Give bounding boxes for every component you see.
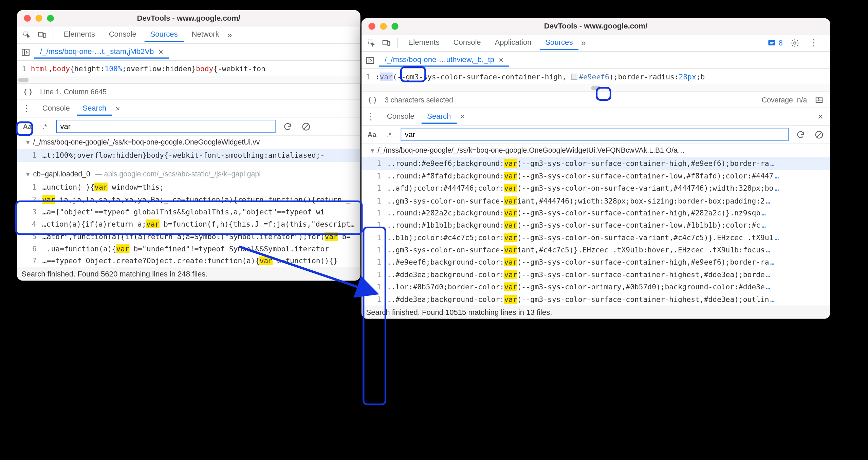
format-icon[interactable] bbox=[366, 94, 379, 106]
tab-network[interactable]: Network bbox=[186, 27, 225, 42]
refresh-icon[interactable] bbox=[794, 128, 807, 141]
result-line[interactable]: 1..gm3-sys-color-on-surface-variant,#444… bbox=[362, 194, 830, 207]
inspect-icon[interactable] bbox=[365, 36, 377, 49]
drawer-close-icon[interactable]: × bbox=[818, 111, 828, 122]
result-line[interactable]: 1..round:#1b1b1b;background:var(--gm3-sy… bbox=[362, 219, 830, 231]
svg-rect-2 bbox=[43, 33, 45, 37]
close-icon[interactable]: × bbox=[458, 112, 467, 121]
file-tabs: /_/mss/boq-one-…uthview,_b,_tp × bbox=[362, 52, 830, 69]
code-editor[interactable]: 1 html,body{height:100%;overflow:hidden}… bbox=[17, 61, 361, 76]
issues-badge[interactable]: 8 bbox=[767, 38, 783, 47]
drawer-tabs: ⋮ Console Search × bbox=[17, 100, 361, 117]
search-input[interactable] bbox=[401, 128, 789, 141]
device-toolbar-icon[interactable] bbox=[35, 28, 48, 41]
inspect-icon[interactable] bbox=[20, 28, 33, 41]
close-icon[interactable]: × bbox=[113, 104, 123, 113]
tab-console[interactable]: Console bbox=[103, 27, 142, 42]
svg-line-6 bbox=[304, 124, 309, 129]
result-file-header[interactable]: ▼ cb=gapi.loaded_0 — apis.google.com/_/s… bbox=[17, 168, 361, 181]
search-footer: Search finished. Found 10515 matching li… bbox=[362, 305, 830, 319]
window-title: DevTools - www.google.com/ bbox=[362, 22, 830, 31]
result-line[interactable]: 1..lor:#0b57d0;border-color:var(--gm3-sy… bbox=[362, 281, 830, 293]
result-file-name: cb=gapi.loaded_0 bbox=[33, 169, 90, 180]
result-line[interactable]: 2var ia,ja,la,sa,ta,xa,ya,Ba;_.ca=functi… bbox=[17, 193, 361, 206]
result-line[interactable]: 1..round:#f8fafd;background:var(--gm3-sy… bbox=[362, 170, 830, 182]
editor-scrollbar[interactable] bbox=[362, 84, 830, 92]
chevron-down-icon: ▼ bbox=[25, 170, 31, 178]
result-line[interactable]: 5…ator",function(a){if(a)return a;a=Symb… bbox=[17, 230, 361, 243]
clear-icon[interactable] bbox=[300, 120, 312, 133]
result-line[interactable]: 1..round:#282a2c;background:var(--gm3-sy… bbox=[362, 207, 830, 219]
file-tab[interactable]: /_/mss/boq-one-…uthview,_b,_tp × bbox=[379, 54, 510, 66]
result-line[interactable]: 3…a=["object"==typeof globalThis&&global… bbox=[17, 206, 361, 218]
line-number: 1 bbox=[17, 64, 31, 73]
drawer-menu-icon[interactable]: ⋮ bbox=[364, 111, 380, 122]
coverage-icon[interactable] bbox=[813, 94, 825, 106]
zoom-window-light[interactable] bbox=[47, 15, 54, 21]
editor-scrollbar[interactable] bbox=[17, 76, 361, 84]
result-line[interactable]: 1..b1b);color:#c4c7c5;color:var(--gm3-sy… bbox=[362, 231, 830, 244]
scrollbar-thumb[interactable] bbox=[18, 77, 29, 82]
scrollbar-thumb[interactable] bbox=[591, 85, 601, 90]
format-icon[interactable] bbox=[22, 85, 34, 98]
tab-sources[interactable]: Sources bbox=[145, 27, 184, 42]
drawer-menu-icon[interactable]: ⋮ bbox=[19, 103, 36, 114]
result-line[interactable]: 1..round:#e9eef6;background:var(--gm3-sy… bbox=[362, 157, 830, 170]
close-icon[interactable]: × bbox=[159, 47, 163, 56]
regex-icon[interactable]: .* bbox=[39, 122, 51, 131]
clear-icon[interactable] bbox=[813, 128, 825, 141]
navigator-toggle-icon[interactable] bbox=[364, 54, 376, 66]
result-line[interactable]: 4…ction(a){if(a)return a;var b=function(… bbox=[17, 218, 361, 230]
drawer-tab-console[interactable]: Console bbox=[381, 109, 420, 124]
minimize-window-light[interactable] bbox=[35, 15, 42, 21]
search-results: ▼ /_/mss/boq-one-google/_/ss/k=boq-one-g… bbox=[362, 144, 830, 305]
settings-icon[interactable] bbox=[789, 36, 801, 49]
line-number: 1 bbox=[362, 72, 375, 81]
match-case-icon[interactable]: Aa bbox=[366, 130, 378, 138]
menu-icon[interactable]: ⋮ bbox=[807, 37, 823, 48]
tab-console[interactable]: Console bbox=[448, 36, 487, 50]
drawer-tab-console[interactable]: Console bbox=[37, 101, 76, 116]
code-editor[interactable]: 1 :var(--gm3-sys-color-surface-container… bbox=[362, 69, 830, 84]
navigator-toggle-icon[interactable] bbox=[19, 46, 32, 58]
close-icon[interactable]: × bbox=[499, 55, 504, 64]
result-file-header[interactable]: ▼ /_/mss/boq-one-google/_/ss/k=boq-one-g… bbox=[17, 136, 361, 150]
titlebar[interactable]: DevTools - www.google.com/ bbox=[362, 18, 830, 35]
tab-application[interactable]: Application bbox=[489, 36, 537, 50]
result-line[interactable]: 1..afd);color:#444746;color:var(--gm3-sy… bbox=[362, 182, 830, 194]
titlebar[interactable]: DevTools - www.google.com/ bbox=[17, 10, 361, 26]
regex-icon[interactable]: .* bbox=[384, 130, 395, 138]
result-line[interactable]: 1..#dde3ea;background-color:var(--gm3-sy… bbox=[362, 293, 830, 305]
file-tab[interactable]: /_/mss/boq-one-…t,_stam,jMb2Vb × bbox=[34, 46, 169, 58]
more-tabs-icon[interactable]: » bbox=[581, 38, 586, 48]
minimize-window-light[interactable] bbox=[380, 23, 387, 30]
chevron-down-icon: ▼ bbox=[25, 138, 31, 147]
svg-point-11 bbox=[794, 42, 796, 44]
device-toolbar-icon[interactable] bbox=[380, 36, 392, 49]
main-toolbar: Elements Console Application Sources » 8… bbox=[362, 34, 830, 52]
result-line[interactable]: 1…unction(_){var window=this; bbox=[17, 181, 361, 193]
match-case-icon[interactable]: Aa bbox=[22, 122, 33, 131]
result-line[interactable]: 1 …t:100%;overflow:hidden}body{-webkit-f… bbox=[17, 149, 361, 161]
tab-elements[interactable]: Elements bbox=[403, 36, 445, 50]
tab-sources[interactable]: Sources bbox=[539, 36, 578, 50]
svg-rect-8 bbox=[383, 40, 388, 44]
zoom-window-light[interactable] bbox=[391, 23, 398, 30]
result-line[interactable]: 1..#dde3ea;background-color:var(--gm3-sy… bbox=[362, 268, 830, 281]
result-line[interactable]: 1..#e9eef6;background-color:var(--gm3-sy… bbox=[362, 256, 830, 268]
search-bar: Aa .* bbox=[17, 117, 361, 136]
result-line[interactable]: 1..gm3-sys-color-on-surface-variant,#c4c… bbox=[362, 244, 830, 256]
tab-elements[interactable]: Elements bbox=[58, 27, 101, 42]
result-file-header[interactable]: ▼ /_/mss/boq-one-google/_/ss/k=boq-one-g… bbox=[362, 144, 830, 157]
search-input[interactable] bbox=[56, 120, 276, 133]
result-line[interactable]: 7…==typeof Object.create?Object.create:f… bbox=[17, 255, 361, 267]
refresh-icon[interactable] bbox=[281, 120, 294, 133]
close-window-light[interactable] bbox=[24, 15, 31, 21]
drawer-tab-search[interactable]: Search bbox=[77, 101, 112, 116]
close-window-light[interactable] bbox=[368, 23, 375, 30]
svg-rect-12 bbox=[367, 57, 373, 63]
drawer-tab-search[interactable]: Search bbox=[421, 109, 457, 124]
devtools-window-right: DevTools - www.google.com/ Elements Cons… bbox=[362, 18, 830, 319]
more-tabs-icon[interactable]: » bbox=[227, 30, 232, 40]
result-line[interactable]: 6_.ua=function(a){var b="undefined"!=typ… bbox=[17, 243, 361, 255]
